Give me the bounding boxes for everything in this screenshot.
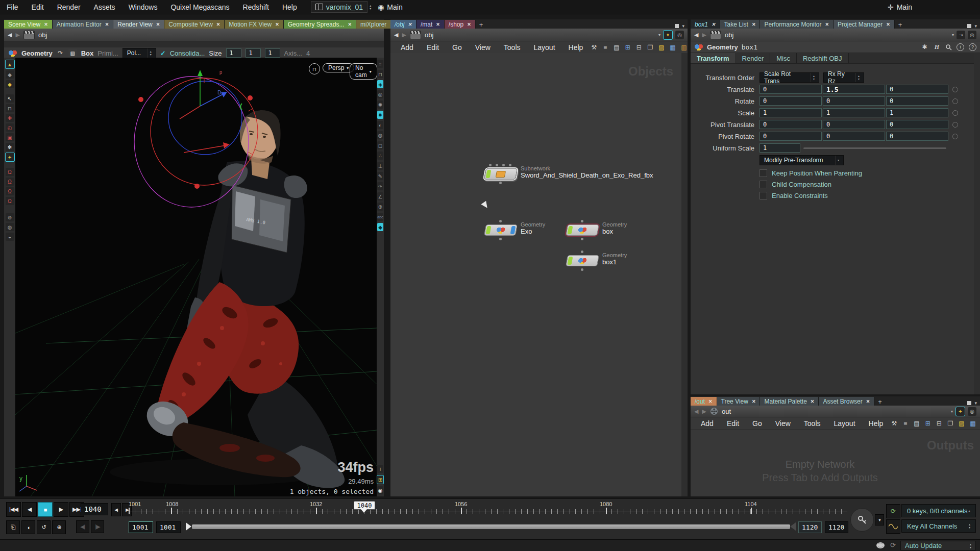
abc-display-icon[interactable]: abc	[377, 213, 383, 221]
menu-layout[interactable]: Layout	[528, 43, 561, 52]
shaded-mode-icon[interactable]: ◆	[6, 70, 14, 79]
pane-maximize-icon[interactable]	[967, 24, 971, 28]
pane-maximize-icon[interactable]	[675, 24, 679, 28]
strip-handle-icon[interactable]: ≡	[377, 60, 383, 68]
new-tab-button[interactable]: +	[874, 398, 886, 406]
desktop-selector[interactable]: varomix_01	[311, 1, 368, 13]
close-icon[interactable]: ✕	[752, 399, 756, 404]
menu-render[interactable]: Render	[51, 0, 87, 14]
scale-tool-icon[interactable]: ▣	[6, 133, 14, 141]
info-icon[interactable]: i	[957, 43, 964, 51]
path-caret[interactable]: ▾	[951, 409, 953, 414]
pin-icon[interactable]: ✦	[955, 407, 965, 416]
menu-view[interactable]: View	[769, 419, 797, 428]
close-icon[interactable]: ✕	[408, 22, 412, 27]
node-input-dots[interactable]	[485, 164, 516, 166]
radial-menu-icon[interactable]: ◎	[675, 31, 684, 39]
pose-tool-icon[interactable]: ✻	[6, 143, 14, 151]
forward-icon[interactable]: ▶	[402, 32, 406, 38]
menu-redshift[interactable]: Redshift	[236, 0, 276, 14]
render-flag[interactable]	[510, 226, 516, 234]
path-caret[interactable]: ▾	[658, 33, 660, 37]
pane-maximize-icon[interactable]	[967, 401, 971, 405]
materials-icon[interactable]: ◍	[377, 131, 383, 139]
range-slider[interactable]	[192, 524, 790, 529]
keys-info-box[interactable]: 0 keys, 0/0 channels▴	[901, 504, 976, 517]
snap-grid-magnet-icon[interactable]: Ω	[6, 168, 14, 176]
tab-material-palette[interactable]: Material Palette✕	[760, 397, 819, 406]
no-cam-button[interactable]: No cam▾	[350, 63, 377, 80]
tab-motion-fx-view[interactable]: Motion FX View✕	[225, 20, 283, 29]
range-slider-right-handle[interactable]	[790, 522, 796, 531]
node-output-dot[interactable]	[485, 238, 516, 240]
points-icon[interactable]: ∴	[377, 152, 383, 160]
subtab-misc[interactable]: Misc	[770, 53, 797, 63]
rotate-order-dropdown[interactable]: Rx Ry Rz▴▾	[823, 72, 864, 83]
step-back-button[interactable]: ◀|	[111, 503, 121, 516]
walk-tool-icon[interactable]: ◒	[6, 233, 14, 241]
tree-list-icon[interactable]: ≡	[901, 420, 909, 428]
hud-info-icon[interactable]: i	[377, 465, 383, 473]
subtab-redshift-obj[interactable]: Redshift OBJ	[797, 53, 849, 63]
close-icon[interactable]: ✕	[348, 22, 352, 27]
pin-icon[interactable]: ✦	[663, 30, 673, 40]
back-icon[interactable]: ◀	[694, 408, 698, 415]
menu-edit[interactable]: Edit	[25, 0, 51, 14]
headlight-icon[interactable]: ✺	[377, 101, 383, 109]
network-path[interactable]: obj	[425, 31, 433, 39]
menu-file[interactable]: File	[0, 0, 25, 14]
back-icon[interactable]: ◀	[694, 32, 698, 38]
sticky-note-icon[interactable]: ▨	[657, 44, 665, 52]
next-key-button[interactable]: |▶	[91, 520, 104, 533]
child-compensation-checkbox[interactable]	[760, 181, 767, 188]
lock-icon[interactable]: ⊓	[6, 104, 14, 112]
timeline-ruler[interactable]: 1001 1008 1032 1056 1080 1104 1040	[129, 501, 847, 517]
grid-snap-icon[interactable]: ⊞	[624, 44, 631, 52]
size-y-field[interactable]: 1	[246, 48, 261, 58]
scene-path[interactable]: obj	[38, 31, 47, 39]
tab-tree-view[interactable]: Tree View✕	[717, 397, 761, 406]
channel-jack-icon[interactable]	[952, 98, 958, 104]
pen-icon[interactable]: ✎	[377, 172, 383, 180]
range-start-subfield[interactable]: 1001	[156, 521, 181, 533]
main-desktop-right[interactable]: ✛ Main	[881, 0, 919, 14]
network-scroll-strip[interactable]	[681, 53, 688, 496]
menu-tools[interactable]: Tools	[798, 419, 827, 428]
channel-jack-icon[interactable]	[952, 122, 958, 128]
houdini-logo-icon[interactable]: H	[933, 43, 941, 51]
forward-icon[interactable]: ▶	[702, 32, 706, 38]
translate-y-field[interactable]: 1.5	[823, 85, 885, 94]
tab-out[interactable]: /out✕	[691, 397, 717, 406]
subtab-render[interactable]: Render	[736, 53, 771, 63]
node-name-label[interactable]: Sword_And_Shield_Death_on_Exo_Red_fbx	[521, 171, 653, 179]
range-end-subfield[interactable]: 1120	[825, 521, 848, 533]
size-z-field[interactable]: 1	[265, 48, 280, 58]
background-image-icon[interactable]: ▦	[669, 44, 676, 52]
scene-viewport[interactable]: AMS 1.0	[15, 58, 377, 496]
prev-frame-button[interactable]: ◀	[22, 502, 37, 517]
help-icon[interactable]: ?	[969, 43, 976, 51]
pane-menu-caret[interactable]: ▾	[974, 400, 977, 406]
uniform-scale-field[interactable]: 1	[760, 143, 800, 153]
shelf-set-selector[interactable]: ◉ Main	[371, 0, 409, 14]
pane-menu-caret[interactable]: ▾	[682, 23, 684, 29]
subtab-transform[interactable]: Transform	[691, 53, 736, 63]
normals-icon[interactable]: ⊥	[377, 162, 383, 170]
outputs-canvas[interactable]: Outputs Empty Network Press Tab to Add O…	[691, 429, 980, 496]
node-name-label[interactable]: box1	[602, 258, 627, 266]
rotate-z-field[interactable]: 0	[886, 96, 948, 106]
menu-edit[interactable]: Edit	[721, 419, 745, 428]
visibility-eye-icon[interactable]: ◉	[377, 486, 383, 494]
close-icon[interactable]: ✕	[825, 22, 829, 27]
playbar-options-icon[interactable]: ⎗	[6, 520, 20, 534]
list-view-icon[interactable]: ▤	[913, 420, 920, 428]
sticky-note-icon[interactable]: ▨	[958, 420, 965, 428]
ruler-icon[interactable]: ∠	[377, 192, 383, 201]
highquality-light-icon[interactable]: ✹	[377, 111, 383, 119]
stop-button[interactable]: ■	[38, 502, 53, 517]
menu-go[interactable]: Go	[446, 43, 468, 52]
lightbulb-icon[interactable]: ◎	[377, 90, 383, 98]
wrench-icon[interactable]: ⚒	[890, 420, 898, 428]
snap-multi-magnet-icon[interactable]: Ω	[6, 197, 14, 205]
background-image-icon[interactable]: ▦	[969, 420, 976, 428]
